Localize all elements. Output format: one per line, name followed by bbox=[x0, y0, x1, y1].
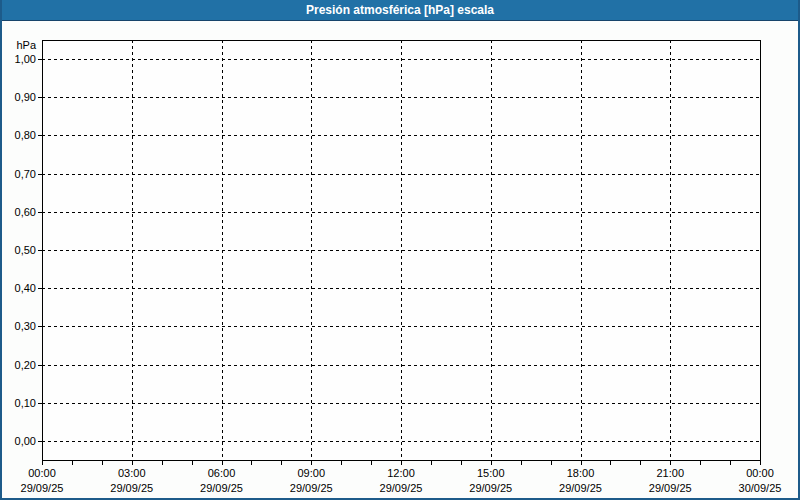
y-tick-label: 0,60 bbox=[15, 206, 36, 218]
x-tick-time-label: 12:00 bbox=[387, 467, 415, 479]
x-tick-time-label: 00:00 bbox=[28, 467, 56, 479]
x-tick-date-label: 29/09/25 bbox=[290, 482, 333, 494]
pressure-chart: 1,000,900,800,700,600,500,400,300,200,10… bbox=[2, 0, 798, 498]
x-tick-date-label: 29/09/25 bbox=[110, 482, 153, 494]
plot-area: 1,000,900,800,700,600,500,400,300,200,10… bbox=[15, 39, 782, 494]
x-tick-date-label: 30/09/25 bbox=[739, 482, 782, 494]
x-tick-time-label: 00:00 bbox=[746, 467, 774, 479]
y-tick-label: 0,50 bbox=[15, 244, 36, 256]
x-tick-date-label: 29/09/25 bbox=[559, 482, 602, 494]
pressure-chart-window: Presión atmosférica [hPa] escala 1,000,9… bbox=[0, 0, 800, 500]
y-tick-label: 0,40 bbox=[15, 282, 36, 294]
x-tick-date-label: 29/09/25 bbox=[649, 482, 692, 494]
y-tick-label: 0,90 bbox=[15, 91, 36, 103]
y-tick-label: 0,20 bbox=[15, 359, 36, 371]
x-tick-time-label: 03:00 bbox=[118, 467, 146, 479]
x-tick-date-label: 29/09/25 bbox=[469, 482, 512, 494]
x-tick-time-label: 15:00 bbox=[477, 467, 505, 479]
x-tick-date-label: 29/09/25 bbox=[200, 482, 243, 494]
y-tick-label: 0,80 bbox=[15, 129, 36, 141]
x-tick-time-label: 21:00 bbox=[656, 467, 684, 479]
y-tick-label: 0,00 bbox=[15, 435, 36, 447]
x-tick-date-label: 29/09/25 bbox=[21, 482, 64, 494]
y-tick-label: 0,30 bbox=[15, 320, 36, 332]
y-tick-label: 0,10 bbox=[15, 397, 36, 409]
x-tick-date-label: 29/09/25 bbox=[380, 482, 423, 494]
y-axis-unit-label: hPa bbox=[16, 39, 36, 51]
x-tick-time-label: 18:00 bbox=[567, 467, 595, 479]
x-tick-time-label: 09:00 bbox=[297, 467, 325, 479]
y-tick-label: 0,70 bbox=[15, 168, 36, 180]
x-tick-time-label: 06:00 bbox=[208, 467, 236, 479]
y-tick-label: 1,00 bbox=[15, 53, 36, 65]
